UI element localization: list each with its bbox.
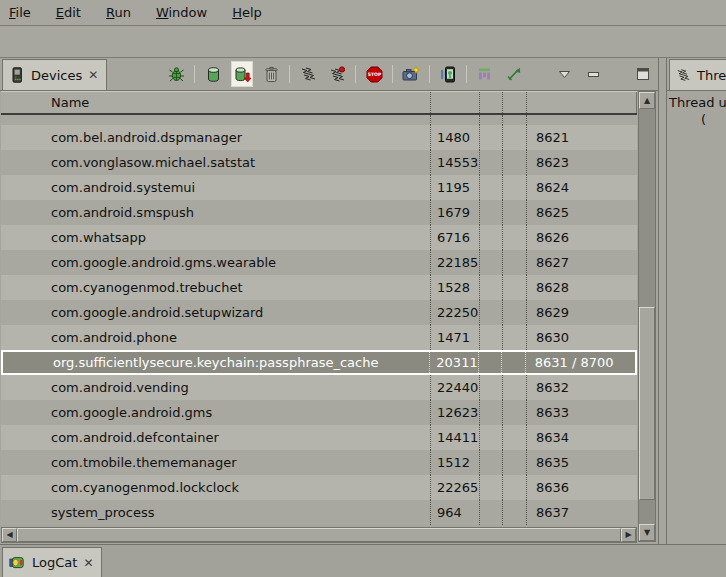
minimize-icon[interactable] xyxy=(582,61,604,87)
start-method-profiling-icon[interactable] xyxy=(326,61,348,87)
pid-cell: 12623 xyxy=(431,400,480,425)
status-cell-a xyxy=(480,375,503,400)
table-row[interactable]: com.tmobile.thememanager 1512 8635 xyxy=(1,450,637,475)
menu-edit[interactable]: Edit xyxy=(56,5,81,20)
update-heap-icon[interactable] xyxy=(202,61,224,87)
menu-window[interactable]: Window xyxy=(156,5,207,20)
screen-capture-icon[interactable] xyxy=(400,61,422,87)
close-icon[interactable]: ✕ xyxy=(83,557,93,569)
logcat-strip: LogCat ✕ xyxy=(0,544,726,577)
update-threads-icon[interactable] xyxy=(297,61,319,87)
port-cell: 8631 / 8700 xyxy=(526,352,635,373)
table-row[interactable]: com.vonglasow.michael.satstat 14553 8623 xyxy=(1,150,637,175)
status-cell-a xyxy=(480,475,503,500)
status-cell-b xyxy=(503,275,527,300)
tab-logcat[interactable]: LogCat ✕ xyxy=(2,547,102,577)
table-row[interactable]: com.whatsapp 6716 8626 xyxy=(1,225,637,250)
process-name-cell: com.android.defcontainer xyxy=(1,425,431,450)
table-row[interactable]: com.android.systemui 1195 8624 xyxy=(1,175,637,200)
process-name-cell: com.google.android.gms xyxy=(1,400,431,425)
close-icon[interactable]: ✕ xyxy=(88,69,98,81)
status-cell-a xyxy=(480,500,503,525)
dump-hprof-icon[interactable] xyxy=(231,61,253,87)
table-row[interactable]: com.android.phone 1471 8630 xyxy=(1,325,637,350)
column-header-name[interactable]: Name xyxy=(1,92,431,113)
port-cell: 8635 xyxy=(527,450,637,475)
pid-cell: 20311 xyxy=(430,352,479,373)
process-name-cell: com.android.systemui xyxy=(1,175,431,200)
horizontal-scroll-thumb[interactable] xyxy=(17,528,621,542)
status-cell-b xyxy=(503,300,527,325)
table-row[interactable]: com.google.android.setupwizard 22250 862… xyxy=(1,300,637,325)
tab-threads-label: Threads xyxy=(697,68,726,83)
column-header-b[interactable] xyxy=(503,92,527,113)
process-name-cell: com.cyanogenmod.lockclock xyxy=(1,475,431,500)
status-cell-a xyxy=(480,125,503,150)
tab-threads[interactable]: Threads xyxy=(669,59,726,90)
opengl-trace-icon[interactable] xyxy=(503,61,525,87)
scroll-left-icon[interactable]: ◀ xyxy=(2,528,17,542)
systrace-icon[interactable] xyxy=(474,61,496,87)
table-row[interactable]: org.sufficientlysecure.keychain:passphra… xyxy=(1,350,637,375)
status-cell-a xyxy=(480,450,503,475)
view-menu-icon[interactable] xyxy=(553,61,575,87)
port-cell: 8632 xyxy=(527,375,637,400)
devices-toolbar: STOP xyxy=(165,58,654,90)
table-row[interactable]: com.google.android.gms 12623 8633 xyxy=(1,400,637,425)
horizontal-scrollbar[interactable]: ◀ ▶ xyxy=(1,527,637,543)
port-cell: 8637 xyxy=(527,500,637,525)
column-header-port[interactable] xyxy=(527,92,637,113)
process-name-cell: com.tmobile.thememanager xyxy=(1,450,431,475)
menu-run[interactable]: Run xyxy=(106,5,131,20)
debug-process-icon[interactable] xyxy=(165,61,187,87)
pid-cell xyxy=(431,115,480,125)
menu-help[interactable]: Help xyxy=(232,5,262,20)
status-cell-b xyxy=(503,225,527,250)
menu-file[interactable]: File xyxy=(9,5,31,20)
table-row[interactable]: com.android.vending 22440 8632 xyxy=(1,375,637,400)
cause-gc-icon[interactable] xyxy=(260,61,282,87)
scroll-up-icon[interactable]: ▲ xyxy=(639,92,655,109)
table-row[interactable]: com.android.smspush 1679 8625 xyxy=(1,200,637,225)
process-name-cell: com.bel.android.dspmanager xyxy=(1,125,431,150)
table-row[interactable]: com.google.android.gms.wearable 22185 86… xyxy=(1,250,637,275)
table-row[interactable]: com.android.defcontainer 14411 8634 xyxy=(1,425,637,450)
process-name-cell: com.google.android.gms.wearable xyxy=(1,250,431,275)
tab-logcat-label: LogCat xyxy=(32,555,77,570)
table-row[interactable]: com.cyanogenmod.lockclock 22265 8636 xyxy=(1,475,637,500)
vertical-scrollbar[interactable]: ▲ ▼ xyxy=(638,91,656,542)
status-cell-b xyxy=(503,200,527,225)
table-row[interactable]: com.cyanogenmod.trebuchet 1528 8628 xyxy=(1,275,637,300)
scroll-down-icon[interactable]: ▼ xyxy=(639,524,655,541)
device-table-body: com.bel.android.dspmanager 1480 8621 com… xyxy=(1,115,637,525)
port-cell: 8624 xyxy=(527,175,637,200)
threads-icon xyxy=(676,68,691,83)
multi-device-capture-icon[interactable] xyxy=(437,61,459,87)
process-name-cell: com.android.smspush xyxy=(1,200,431,225)
table-row[interactable]: system_process 964 8637 xyxy=(1,500,637,525)
pid-cell: 1480 xyxy=(431,125,480,150)
toolbar-separator xyxy=(392,65,393,83)
port-cell xyxy=(527,115,637,125)
table-row[interactable] xyxy=(1,115,637,125)
status-cell-b xyxy=(503,250,527,275)
table-row[interactable]: com.bel.android.dspmanager 1480 8621 xyxy=(1,125,637,150)
stop-process-icon[interactable]: STOP xyxy=(363,61,385,87)
column-header-a[interactable] xyxy=(480,92,503,113)
process-name-cell: com.google.android.setupwizard xyxy=(1,300,431,325)
status-cell-b xyxy=(502,352,526,373)
process-name-cell xyxy=(1,115,431,125)
column-header-pid[interactable] xyxy=(431,92,480,113)
maximize-icon[interactable] xyxy=(632,61,654,87)
threads-tab-row: Threads xyxy=(667,58,726,91)
status-cell-a xyxy=(480,275,503,300)
vertical-scroll-thumb[interactable] xyxy=(639,307,655,500)
toolbar-separator xyxy=(355,65,356,83)
status-cell-b xyxy=(503,125,527,150)
status-cell-a xyxy=(480,200,503,225)
scroll-right-icon[interactable]: ▶ xyxy=(621,528,636,542)
tab-devices[interactable]: Devices ✕ xyxy=(2,59,107,90)
toolbar-separator xyxy=(289,65,290,83)
devices-tab-row: Devices ✕ xyxy=(0,58,658,91)
process-name-cell: system_process xyxy=(1,500,431,525)
